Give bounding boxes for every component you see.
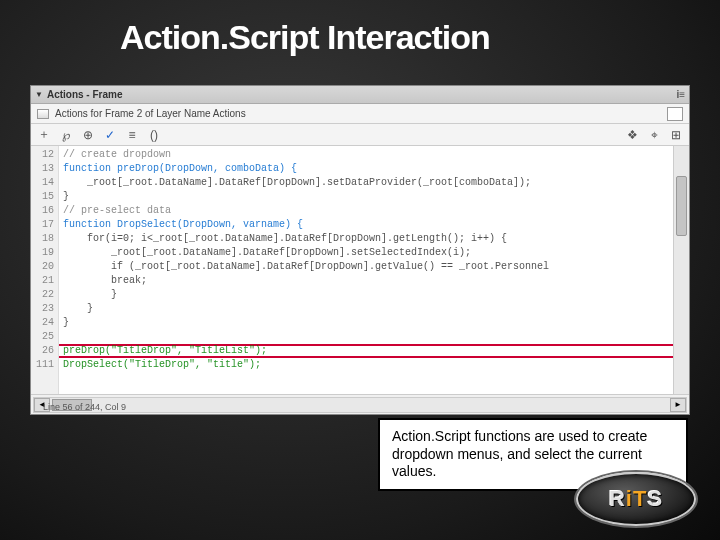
line-number: 13: [31, 162, 54, 176]
pin-script-dropdown[interactable]: [667, 107, 683, 121]
code-line[interactable]: DropSelect("TitleDrop", "title");: [63, 358, 673, 372]
code-line[interactable]: }: [63, 302, 673, 316]
wand-icon[interactable]: ℘: [59, 128, 73, 142]
paren-icon[interactable]: (): [147, 128, 161, 142]
code-line[interactable]: for(i=0; i<_root[_root.DataName].DataRef…: [63, 232, 673, 246]
script-assist-icon[interactable]: ❖: [625, 128, 639, 142]
code-lines[interactable]: // create dropdownfunction preDrop(DropD…: [59, 146, 673, 394]
scrollbar-thumb[interactable]: [676, 176, 687, 236]
line-number: 24: [31, 316, 54, 330]
hscroll-right-icon[interactable]: ►: [670, 398, 686, 412]
code-line[interactable]: function preDrop(DropDown, comboData) {: [63, 162, 673, 176]
code-line[interactable]: }: [63, 316, 673, 330]
code-line[interactable]: _root[_root.DataName].DataRef[DropDown].…: [63, 176, 673, 190]
line-number: 17: [31, 218, 54, 232]
line-number: 16: [31, 204, 54, 218]
slide-title: Action.Script Interaction: [120, 18, 490, 57]
code-line[interactable]: _root[_root.DataName].DataRef[DropDown].…: [63, 246, 673, 260]
code-line[interactable]: // pre-select data: [63, 204, 673, 218]
plus-icon[interactable]: ＋: [37, 128, 51, 142]
line-number: 14: [31, 176, 54, 190]
line-number: 19: [31, 246, 54, 260]
code-line[interactable]: preDrop("TitleDrop", "TitleList");: [63, 344, 673, 358]
line-number: 21: [31, 274, 54, 288]
panel-title: Actions - Frame: [47, 89, 123, 100]
help-icon[interactable]: ⊞: [669, 128, 683, 142]
logo-text: RiTS: [576, 472, 696, 526]
code-line[interactable]: }: [63, 190, 673, 204]
line-number: 12: [31, 148, 54, 162]
line-number: 25: [31, 330, 54, 344]
line-number: 111: [31, 358, 54, 372]
target-icon[interactable]: ⊕: [81, 128, 95, 142]
script-path-label: Actions for Frame 2 of Layer Name Action…: [55, 108, 246, 119]
line-number: 20: [31, 260, 54, 274]
code-editor[interactable]: 121314151617181920212223242526111 // cre…: [31, 146, 689, 394]
reference-icon[interactable]: ⌖: [647, 128, 661, 142]
line-gutter: 121314151617181920212223242526111: [31, 146, 59, 394]
collapse-arrow-icon[interactable]: ▼: [35, 90, 43, 99]
stack-icon: [37, 109, 49, 119]
code-line[interactable]: function DropSelect(DropDown, varname) {: [63, 218, 673, 232]
code-line[interactable]: // create dropdown: [63, 148, 673, 162]
panel-menu-icon[interactable]: i≡: [676, 89, 685, 100]
panel-titlebar[interactable]: ▼ Actions - Frame i≡: [31, 86, 689, 104]
code-line[interactable]: break;: [63, 274, 673, 288]
rits-logo: RiTS: [576, 472, 696, 526]
line-number: 18: [31, 232, 54, 246]
code-line[interactable]: if (_root[_root.DataName].DataRef[DropDo…: [63, 260, 673, 274]
line-number: 23: [31, 302, 54, 316]
line-number: 15: [31, 190, 54, 204]
format-icon[interactable]: ≡: [125, 128, 139, 142]
code-line[interactable]: [63, 330, 673, 344]
vertical-scrollbar[interactable]: [673, 146, 689, 394]
cursor-status: Line 56 of 244, Col 9: [35, 402, 134, 412]
line-number: 26: [31, 344, 54, 358]
line-number: 22: [31, 288, 54, 302]
actions-panel: ▼ Actions - Frame i≡ Actions for Frame 2…: [30, 85, 690, 415]
code-line[interactable]: }: [63, 288, 673, 302]
script-path-bar: Actions for Frame 2 of Layer Name Action…: [31, 104, 689, 124]
actions-toolbar: ＋ ℘ ⊕ ✓ ≡ () ❖ ⌖ ⊞: [31, 124, 689, 146]
check-icon[interactable]: ✓: [103, 128, 117, 142]
